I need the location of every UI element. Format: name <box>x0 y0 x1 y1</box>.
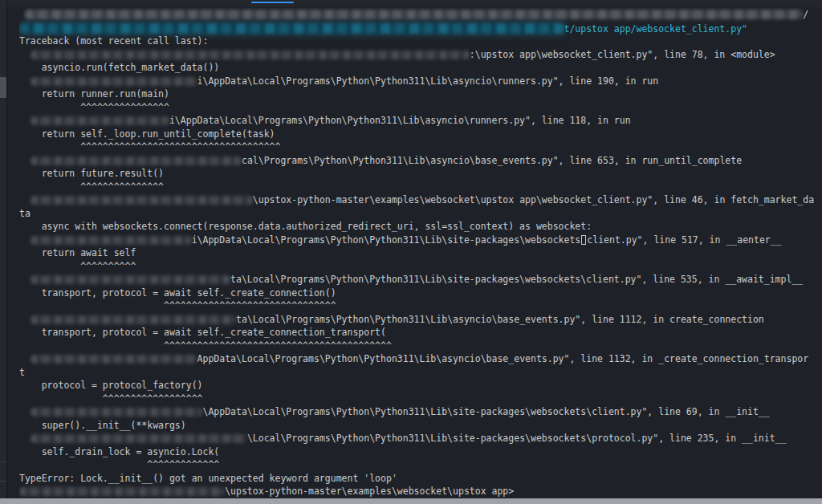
redacted-text-blur <box>31 408 203 417</box>
traceback-code-line: asyncio.run(fetch_market_data()) <box>19 61 822 75</box>
output-text: AppData\Local\Programs\Python\Python311\… <box>197 353 809 364</box>
output-text: :\upstox app\websocket_client.py", line … <box>470 49 775 60</box>
redacted-text-blur <box>19 487 225 496</box>
output-text: client.py", line 517, in __aenter__ <box>587 234 781 246</box>
traceback-code-line: self._drain_lock = asyncio.Lock( <box>19 445 822 459</box>
output-text: return future.result() <box>19 168 164 179</box>
top-blue-underline <box>251 2 294 3</box>
redacted-text-blur <box>31 196 253 205</box>
traceback-file-line: AppData\Local\Programs\Python\Python311\… <box>19 352 822 366</box>
traceback-file-line: ta\Local\Programs\Python\Python311\Lib\a… <box>19 313 822 327</box>
traceback-code-line: return await self <box>19 246 822 260</box>
output-text: cal\Programs\Python\Python311\Lib\asynci… <box>242 155 742 166</box>
caret-underline-line: ^^^^^^^^^^^^^^^^^^^^^^^^^^^^^^^^^^^^^^^^… <box>19 339 822 353</box>
output-text: ^^^^^^^^^^^^^^^ <box>19 181 164 193</box>
traceback-file-line: i\AppData\Local\Programs\Python\Python31… <box>19 75 822 88</box>
gutter-divider <box>0 461 6 462</box>
caret-underline-line: ^^^^^^^^^^^^^^^^^^^^^^^^^^^^^^^ <box>19 299 822 313</box>
output-text <box>19 353 31 364</box>
wrapped-text-line: t <box>19 366 822 380</box>
output-text: ^^^^^^^^^^^^^^^^ <box>19 102 169 113</box>
redacted-text-blur <box>31 156 242 165</box>
caret-underline-line: ^^^^^^^^^^^^^^^^^^ <box>19 392 822 406</box>
output-text: return runner.run(main) <box>19 88 169 100</box>
redacted-text-blur <box>31 77 197 86</box>
output-text: transport, protocol = await self._create… <box>19 287 336 299</box>
output-text: return self._loop.run_until_complete(tas… <box>19 128 275 140</box>
output-text <box>19 433 31 444</box>
output-text <box>19 155 31 166</box>
output-text: ta\Local\Programs\Python\Python311\Lib\a… <box>236 314 764 325</box>
redacted-text-blur <box>31 315 236 324</box>
bottom-page-edge <box>0 498 822 504</box>
output-text: ta <box>19 208 31 219</box>
left-gutter-strip <box>0 0 7 504</box>
traceback-file-line: i\AppData\Local\Programs\Python\Python31… <box>19 234 822 247</box>
traceback-file-line: \Local\Programs\Python\Python311\Lib\sit… <box>19 432 822 445</box>
output-text: / <box>803 9 808 20</box>
output-text: i\AppData\Local\Programs\Python\Python31… <box>169 115 631 126</box>
output-text <box>19 115 31 126</box>
terminal-screenshot: { "colors": { "background": "#1e2127", "… <box>0 0 822 504</box>
traceback-file-line: i\AppData\Local\Programs\Python\Python31… <box>19 114 822 128</box>
output-text: self._drain_lock = asyncio.Lock( <box>19 446 219 457</box>
traceback-code-line: super().__init__(**kwargs) <box>19 419 822 433</box>
traceback-code-line: protocol = protocol_factory() <box>19 379 822 392</box>
caret-underline-line: ^^^^^^^^^^^^^^^^^^^^^^^^^^^^^^^^^^^^ <box>19 140 822 154</box>
output-text <box>19 314 31 325</box>
cursor-box <box>581 235 586 245</box>
output-text: ta\Local\Programs\Python\Python311\Lib\s… <box>230 274 803 285</box>
traceback-file-line: :\upstox app\websocket_client.py", line … <box>19 48 822 62</box>
output-text <box>19 49 31 60</box>
output-text <box>19 274 31 285</box>
type-error-line: TypeError: Lock.__init__() got an unexpe… <box>19 472 822 486</box>
traceback-code-line: transport, protocol = await self._create… <box>19 326 822 339</box>
output-text: protocol = protocol_factory() <box>19 380 202 391</box>
redacted-text-blur <box>31 355 197 364</box>
output-text <box>19 406 31 417</box>
caret-underline-line: ^^^^^^^^^^ <box>19 260 822 274</box>
output-text: \Local\Programs\Python\Python311\Lib\sit… <box>247 433 787 444</box>
output-text: async with websockets.connect(response.d… <box>19 221 592 232</box>
output-text <box>19 9 25 20</box>
output-text: Traceback (most recent call last): <box>19 35 208 47</box>
top-edge-strip <box>7 0 822 7</box>
output-text <box>19 75 31 87</box>
command-text: t/upstox app/websocket_client.py" <box>564 23 747 35</box>
redacted-text-blur <box>31 51 470 59</box>
output-text <box>19 234 31 246</box>
redacted-text-blur <box>31 116 169 125</box>
redacted-text-blur <box>19 23 564 34</box>
traceback-code-line: transport, protocol = await self._create… <box>19 287 822 300</box>
wrapped-text-line: ta <box>19 207 822 221</box>
caret-underline-line: ^^^^^^^^^^^^^^^ <box>19 181 822 194</box>
output-text: transport, protocol = await self._create… <box>19 327 386 338</box>
output-text: ^^^^^^^^^^^^^ <box>19 459 219 470</box>
traceback-file-line: \upstox-python-master\examples\websocket… <box>19 193 822 207</box>
output-text: ^^^^^^^^^^^^^^^^^^^^^^^^^^^^^^^^^^^^^^^^… <box>19 340 392 352</box>
output-text: TypeError: Lock.__init__() got an unexpe… <box>19 473 397 484</box>
output-text: \upstox-python-master\examples\websocket… <box>253 194 814 205</box>
redacted-text-blur <box>31 275 230 284</box>
terminal-output[interactable]: /t/upstox app/websocket_client.py"Traceb… <box>19 8 822 498</box>
traceback-code-line: return self._loop.run_until_complete(tas… <box>19 128 822 141</box>
output-text <box>19 194 31 205</box>
output-text: ^^^^^^^^^^^^^^^^^^ <box>19 393 202 404</box>
output-text: asyncio.run(fetch_market_data()) <box>19 62 219 73</box>
output-text: return await self <box>19 247 136 258</box>
output-text: \upstox-python-master\examples\websocket… <box>225 486 514 497</box>
output-text: \AppData\Local\Programs\Python\Python311… <box>202 406 769 417</box>
command-line: t/upstox app/websocket_client.py" <box>19 22 822 35</box>
shell-prompt-line: \upstox-python-master\examples\websocket… <box>19 485 822 498</box>
output-text: ^^^^^^^^^^^^^^^^^^^^^^^^^^^^^^^ <box>19 300 336 311</box>
traceback-code-line: async with websockets.connect(response.d… <box>19 220 822 234</box>
traceback-file-line: ta\Local\Programs\Python\Python311\Lib\s… <box>19 273 822 287</box>
output-text: i\AppData\Local\Programs\Python\Python31… <box>192 234 581 246</box>
redacted-command-echo: / <box>19 8 822 22</box>
gutter-divider <box>0 481 6 482</box>
redacted-text-blur <box>31 236 192 245</box>
output-text: ^^^^^^^^^^ <box>19 261 136 272</box>
output-text: i\AppData\Local\Programs\Python\Python31… <box>197 75 659 87</box>
traceback-file-line: \AppData\Local\Programs\Python\Python311… <box>19 405 822 419</box>
output-text: t <box>19 367 25 378</box>
